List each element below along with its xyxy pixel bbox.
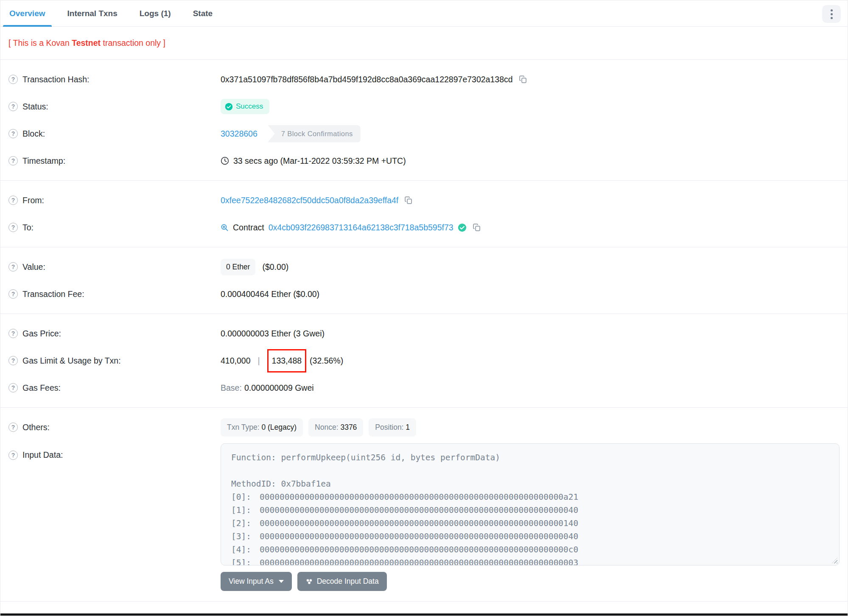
- gas-used-percent: (32.56%): [310, 356, 343, 366]
- gas-price-value: 0.000000003 Ether (3 Gwei): [221, 329, 325, 339]
- to-contract-word: Contract: [233, 223, 264, 232]
- row-gas-price: ? Gas Price: 0.000000003 Ether (3 Gwei): [8, 320, 840, 347]
- tab-bar: Overview Internal Txns Logs (1) State: [0, 0, 848, 27]
- block-label: Block:: [22, 129, 45, 139]
- input-word-row: [3]:000000000000000000000000000000000000…: [231, 530, 829, 543]
- timestamp-label: Timestamp:: [22, 156, 65, 166]
- timestamp-value: 33 secs ago (Mar-11-2022 03:59:32 PM +UT…: [233, 156, 406, 166]
- row-input-data: ? Input Data: Function: performUpkeep(ui…: [8, 443, 840, 591]
- kebab-dots-icon: [831, 9, 833, 11]
- help-icon[interactable]: ?: [8, 223, 18, 232]
- input-word-row: [5]:000000000000000000000000000000000000…: [231, 556, 829, 566]
- base-fee-label: Base:: [221, 383, 242, 393]
- clock-icon: [221, 157, 229, 165]
- tab-overview[interactable]: Overview: [3, 0, 52, 26]
- help-icon[interactable]: ?: [8, 262, 18, 272]
- row-from: ? From: 0xfee7522e8482682cf50ddc50a0f8da…: [8, 187, 840, 214]
- decode-icon: [305, 578, 313, 585]
- base-fee-value: 0.000000009 Gwei: [244, 383, 314, 393]
- pipe-separator: |: [258, 356, 260, 366]
- verified-check-icon: [458, 223, 467, 232]
- value-badge: 0 Ether: [221, 259, 255, 275]
- row-value: ? Value: 0 Ether ($0.00): [8, 253, 840, 280]
- row-status: ? Status: Success: [8, 93, 840, 120]
- position-badge: Position: 1: [369, 418, 416, 437]
- transaction-detail-card: Overview Internal Txns Logs (1) State [ …: [0, 0, 848, 616]
- tab-logs[interactable]: Logs (1): [133, 0, 177, 26]
- gas-fees-label: Gas Fees:: [22, 383, 61, 393]
- to-address-link[interactable]: 0x4cb093f226983713164a62138c3f718a5b595f…: [269, 223, 453, 232]
- input-word-row: [0]:000000000000000000000000000000000000…: [231, 490, 829, 504]
- gas-limit-label: Gas Limit & Usage by Txn:: [22, 356, 121, 366]
- footer-edge: [0, 613, 848, 616]
- block-number-link[interactable]: 30328606: [221, 129, 257, 139]
- help-icon[interactable]: ?: [8, 451, 18, 460]
- help-icon[interactable]: ?: [8, 423, 18, 432]
- help-icon[interactable]: ?: [8, 129, 18, 138]
- transaction-hash-label: Transaction Hash:: [22, 75, 90, 84]
- magnifier-plus-icon[interactable]: [221, 224, 229, 232]
- from-address-link[interactable]: 0xfee7522e8482682cf50ddc50a0f8da2a39effa…: [221, 196, 398, 205]
- input-word-row: [1]:000000000000000000000000000000000000…: [231, 504, 829, 517]
- block-confirmations-badge: 7 Block Confirmations: [268, 125, 361, 143]
- help-icon[interactable]: ?: [8, 75, 18, 84]
- value-label: Value:: [22, 262, 45, 272]
- input-data-textarea[interactable]: Function: performUpkeep(uint256 id, byte…: [221, 443, 840, 566]
- status-label: Status:: [22, 102, 48, 112]
- section-gas: ? Gas Price: 0.000000003 Ether (3 Gwei) …: [0, 314, 848, 407]
- value-usd: ($0.00): [262, 262, 288, 272]
- row-others: ? Others: Txn Type: 0 (Legacy) Nonce: 33…: [8, 414, 840, 441]
- input-word-row: [4]:000000000000000000000000000000000000…: [231, 543, 829, 556]
- input-function-signature: Function: performUpkeep(uint256 id, byte…: [231, 451, 829, 464]
- nonce-badge: Nonce: 3376: [308, 418, 363, 437]
- help-icon[interactable]: ?: [8, 156, 18, 165]
- help-icon[interactable]: ?: [8, 329, 18, 338]
- section-parties: ? From: 0xfee7522e8482682cf50ddc50a0f8da…: [0, 180, 848, 247]
- to-label: To:: [22, 223, 34, 232]
- section-others-input: ? Others: Txn Type: 0 (Legacy) Nonce: 33…: [0, 407, 848, 597]
- section-value: ? Value: 0 Ether ($0.00) ? Transaction F…: [0, 247, 848, 314]
- tab-internal-txns[interactable]: Internal Txns: [61, 0, 124, 26]
- help-icon[interactable]: ?: [8, 356, 18, 365]
- chevron-down-icon: [279, 580, 284, 583]
- copy-icon[interactable]: [404, 196, 413, 204]
- row-gas-fees: ? Gas Fees: Base: 0.000000009 Gwei: [8, 374, 840, 401]
- row-transaction-hash: ? Transaction Hash: 0x371a51097fb78df856…: [8, 66, 840, 93]
- copy-icon[interactable]: [473, 223, 481, 232]
- section-summary: ? Transaction Hash: 0x371a51097fb78df856…: [0, 59, 848, 180]
- check-circle-icon: [225, 103, 233, 111]
- help-icon[interactable]: ?: [8, 196, 18, 205]
- annotation-highlight-box: 133,488: [267, 349, 307, 372]
- gas-limit-value: 410,000: [221, 356, 251, 366]
- help-icon[interactable]: ?: [8, 383, 18, 392]
- transaction-fee-label: Transaction Fee:: [22, 289, 84, 299]
- input-word-row: [2]:000000000000000000000000000000000000…: [231, 517, 829, 530]
- copy-icon[interactable]: [519, 75, 527, 84]
- row-transaction-fee: ? Transaction Fee: 0.000400464 Ether ($0…: [8, 280, 840, 308]
- more-options-button[interactable]: [822, 5, 841, 23]
- row-timestamp: ? Timestamp: 33 secs ago (Mar-11-2022 03…: [8, 147, 840, 174]
- bottom-divider: [0, 601, 848, 602]
- tab-state[interactable]: State: [187, 0, 219, 26]
- others-label: Others:: [22, 423, 50, 432]
- testnet-warning: [ This is a Kovan Testnet transaction on…: [0, 27, 848, 59]
- row-gas-limit-usage: ? Gas Limit & Usage by Txn: 410,000 | 13…: [8, 347, 840, 374]
- status-badge: Success: [221, 99, 269, 114]
- help-icon[interactable]: ?: [8, 102, 18, 111]
- gas-used-value: 133,488: [272, 356, 302, 366]
- decode-input-data-button[interactable]: Decode Input Data: [297, 572, 387, 591]
- transaction-hash-value: 0x371a51097fb78df856f8b4a7bd459f192d8cc8…: [221, 75, 513, 84]
- input-method-id: MethodID: 0x7bbaf1ea: [231, 477, 829, 490]
- transaction-fee-value: 0.000400464 Ether ($0.00): [221, 289, 319, 299]
- help-icon[interactable]: ?: [8, 289, 18, 299]
- row-to: ? To: Contract 0x4cb093f226983713164a621…: [8, 214, 840, 241]
- row-block: ? Block: 30328606 7 Block Confirmations: [8, 120, 840, 147]
- input-data-label: Input Data:: [22, 450, 63, 460]
- view-input-as-button[interactable]: View Input As: [221, 572, 292, 591]
- from-label: From:: [22, 196, 44, 205]
- gas-price-label: Gas Price:: [22, 329, 61, 339]
- txn-type-badge: Txn Type: 0 (Legacy): [221, 418, 303, 437]
